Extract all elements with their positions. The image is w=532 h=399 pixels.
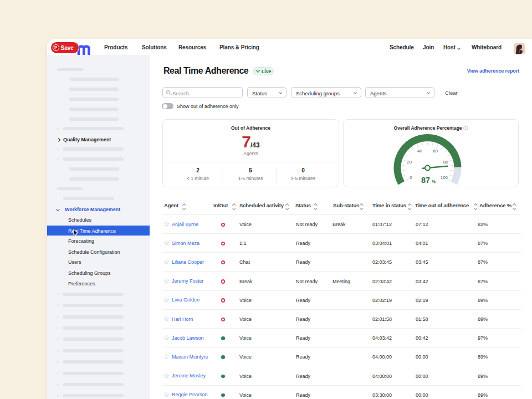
svg-text:0: 0 — [410, 175, 412, 180]
svg-text:60: 60 — [433, 149, 438, 154]
svg-text:87: 87 — [421, 176, 430, 185]
svg-text:100: 100 — [441, 175, 448, 180]
svg-text:20: 20 — [407, 160, 412, 165]
svg-text:80: 80 — [443, 160, 448, 165]
svg-text:%: % — [432, 179, 436, 184]
svg-text:40: 40 — [417, 149, 422, 154]
